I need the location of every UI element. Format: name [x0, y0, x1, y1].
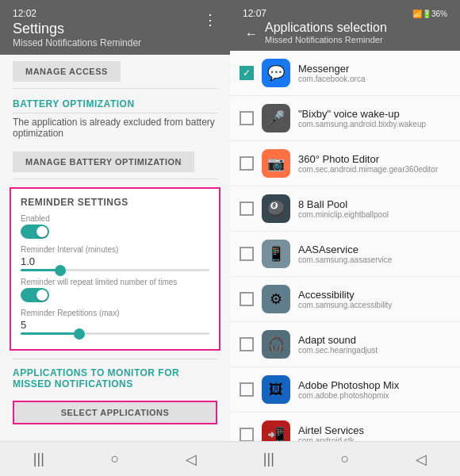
left-nav-recent[interactable]: ||| [33, 451, 44, 467]
interval-value: 1.0 [21, 255, 209, 267]
app-info: AASAservicecom.samsung.aasaservice [298, 244, 450, 264]
enabled-toggle[interactable] [21, 225, 49, 239]
left-content: MANAGE ACCESS BATTERY OPTIMIZATION The a… [0, 55, 230, 441]
app-package: com.facebook.orca [298, 75, 450, 83]
app-info: Airtel Servicescom.android.stk [298, 424, 450, 441]
right-subtitle: Missed Notifications Reminder [265, 35, 447, 44]
right-panel: 12:07 📶🔋36% ← Applications selection Mis… [230, 0, 460, 476]
repetitions-slider-track[interactable] [21, 332, 209, 335]
battery-description: The application is already excluded from… [0, 113, 230, 145]
enabled-row: Enabled [21, 214, 209, 239]
app-name: "Bixby" voice wake-up [298, 108, 450, 120]
app-checkbox[interactable] [240, 337, 254, 351]
app-checkbox[interactable] [240, 247, 254, 261]
app-checkbox[interactable] [240, 66, 254, 80]
app-icon: 🖼 [262, 375, 290, 404]
left-time: 12:02 [13, 8, 36, 19]
app-list-item[interactable]: 📷360° Photo Editorcom.sec.android.mimage… [230, 141, 460, 186]
app-info: Adapt soundcom.sec.hearingadjust [298, 334, 450, 355]
app-icon: 📲 [262, 420, 290, 441]
manage-battery-button[interactable]: MANAGE BATTERY OPTIMIZATION [13, 152, 194, 172]
app-name: 360° Photo Editor [298, 153, 450, 165]
app-list-item[interactable]: 📱AASAservicecom.samsung.aasaservice [230, 232, 460, 277]
select-apps-btn-wrapper: SELECT APPLICATIONS [13, 401, 217, 424]
app-name: Airtel Services [298, 424, 450, 436]
app-checkbox[interactable] [240, 292, 254, 306]
app-icon: 💬 [262, 59, 290, 87]
app-list-item[interactable]: 🖼Adobe Photoshop Mixcom.adobe.photoshopm… [230, 367, 460, 413]
left-panel: 12:02 Settings Missed Notifications Remi… [0, 0, 230, 476]
reminder-box-title: REMINDER SETTINGS [21, 197, 209, 208]
app-list-item[interactable]: 🎤"Bixby" voice wake-upcom.samsung.androi… [230, 96, 460, 141]
app-package: com.adobe.photoshopmix [298, 391, 450, 400]
divider-3 [13, 178, 217, 179]
app-name: Adapt sound [298, 334, 450, 346]
app-icon: 🎱 [262, 194, 290, 223]
app-checkbox[interactable] [240, 382, 254, 397]
left-header: 12:02 Settings Missed Notifications Remi… [0, 0, 230, 55]
right-header: 12:07 📶🔋36% ← Applications selection Mis… [230, 0, 460, 51]
app-package: com.samsung.aasaservice [298, 255, 450, 264]
repeat-toggle[interactable] [21, 288, 49, 302]
app-info: 360° Photo Editorcom.sec.android.mimage.… [298, 153, 450, 174]
app-package: com.sec.hearingadjust [298, 346, 450, 355]
app-list-item[interactable]: 🎱8 Ball Poolcom.miniclip.eightballpool [230, 186, 460, 232]
left-title: Settings [13, 21, 141, 37]
left-nav-back[interactable]: ◁ [186, 451, 197, 468]
app-list-item[interactable]: 📲Airtel Servicescom.android.stk [230, 413, 460, 441]
app-icon: 📷 [262, 149, 290, 178]
app-name: Messenger [298, 63, 450, 75]
app-list: 💬Messengercom.facebook.orca🎤"Bixby" voic… [230, 51, 460, 441]
app-name: Adobe Photoshop Mix [298, 379, 450, 391]
app-info: Accessibilitycom.samsung.accessibility [298, 289, 450, 309]
repetitions-row: Reminder Repetitions (max) 5 [21, 309, 209, 335]
app-list-item[interactable]: 💬Messengercom.facebook.orca [230, 51, 460, 96]
right-nav-home[interactable]: ○ [341, 451, 350, 467]
select-applications-button[interactable]: SELECT APPLICATIONS [14, 402, 216, 423]
app-package: com.samsung.android.bixby.wakeup [298, 120, 450, 129]
app-package: com.samsung.accessibility [298, 301, 450, 309]
interval-label: Reminder Interval (minutes) [21, 245, 209, 254]
app-name: 8 Ball Pool [298, 198, 450, 210]
left-subtitle: Missed Notifications Reminder [13, 37, 141, 48]
app-list-item[interactable]: ⚙Accessibilitycom.samsung.accessibility [230, 277, 460, 322]
interval-slider-track[interactable] [21, 269, 209, 271]
menu-icon[interactable]: ⋮ [203, 11, 217, 29]
app-package: com.miniclip.eightballpool [298, 210, 450, 219]
right-title: Applications selection [265, 21, 447, 35]
app-list-item[interactable]: 🎧Adapt soundcom.sec.hearingadjust [230, 322, 460, 367]
app-name: Accessibility [298, 289, 450, 301]
apps-monitor-title: APPLICATIONS TO MONITOR FOR MISSED NOTIF… [13, 367, 217, 390]
app-checkbox[interactable] [240, 202, 254, 216]
app-info: Messengercom.facebook.orca [298, 63, 450, 83]
repetitions-slider-thumb[interactable] [74, 328, 85, 340]
app-checkbox[interactable] [240, 111, 254, 125]
app-info: 8 Ball Poolcom.miniclip.eightballpool [298, 198, 450, 219]
app-icon: 🎧 [262, 330, 290, 359]
back-button[interactable]: ← [243, 25, 260, 43]
repeat-label: Reminder will repeat limited number of t… [21, 278, 209, 286]
right-time: 12:07 [243, 8, 266, 19]
right-status: 📶🔋36% [412, 10, 447, 18]
app-icon: ⚙ [262, 285, 290, 313]
repeat-row: Reminder will repeat limited number of t… [21, 278, 209, 302]
repetitions-label: Reminder Repetitions (max) [21, 309, 209, 317]
enabled-label: Enabled [21, 214, 209, 223]
interval-slider-thumb[interactable] [55, 265, 66, 276]
app-checkbox[interactable] [240, 156, 254, 171]
right-nav-back[interactable]: ◁ [416, 451, 427, 468]
reminder-settings-box: REMINDER SETTINGS Enabled Reminder Inter… [10, 187, 220, 351]
left-nav-home[interactable]: ○ [111, 451, 120, 467]
app-package: com.sec.android.mimage.gear360editor [298, 165, 450, 174]
manage-access-button[interactable]: MANAGE ACCESS [13, 61, 121, 82]
app-name: AASAservice [298, 244, 450, 255]
battery-section-title: BATTERY OPTIMIZATION [0, 89, 230, 113]
app-info: Adobe Photoshop Mixcom.adobe.photoshopmi… [298, 379, 450, 400]
apps-monitor-section: APPLICATIONS TO MONITOR FOR MISSED NOTIF… [0, 359, 230, 397]
repetitions-value: 5 [21, 319, 209, 331]
left-bottom-nav: ||| ○ ◁ [0, 441, 230, 476]
app-checkbox[interactable] [240, 428, 254, 441]
right-bottom-nav: ||| ○ ◁ [230, 441, 460, 476]
app-icon: 📱 [262, 240, 290, 268]
right-nav-recent[interactable]: ||| [263, 451, 274, 467]
